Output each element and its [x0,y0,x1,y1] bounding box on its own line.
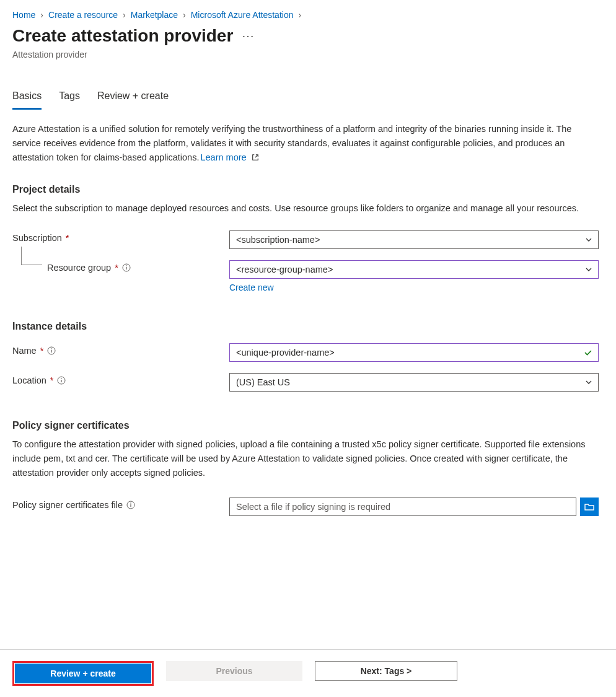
policy-signer-desc: To configure the attestation provider wi… [12,437,595,481]
subscription-select[interactable]: <subscription-name> [229,230,599,249]
tree-connector-icon [21,247,42,265]
breadcrumb-home[interactable]: Home [12,10,35,20]
name-input[interactable]: <unique-provider-name> [229,343,599,362]
svg-point-1 [126,265,127,266]
policy-file-placeholder: Select a file if policy signing is requi… [236,502,390,512]
name-value: <unique-provider-name> [236,348,335,357]
required-indicator: * [40,346,44,356]
learn-more-link[interactable]: Learn more [200,152,246,162]
location-value: (US) East US [236,377,290,387]
upload-file-button[interactable] [580,498,599,516]
chevron-right-icon: › [182,10,187,20]
breadcrumb-create-resource[interactable]: Create a resource [48,10,118,20]
chevron-down-icon [584,265,593,274]
intro-text: Azure Attestation is a unified solution … [12,122,595,165]
project-details-desc: Select the subscription to manage deploy… [12,201,595,216]
svg-point-10 [130,503,131,504]
resource-group-value: <resource-group-name> [236,265,333,274]
info-icon[interactable] [126,501,135,509]
instance-details-title: Instance details [12,321,604,332]
tab-tags[interactable]: Tags [59,87,80,110]
policy-file-label: Policy signer certificates file [12,500,123,510]
required-indicator: * [115,263,118,273]
svg-rect-11 [130,504,131,507]
highlight-box: Review + create [12,661,154,686]
svg-point-4 [51,348,53,349]
page-title: Create attestation provider [12,26,233,46]
info-icon[interactable] [57,376,66,385]
subscription-value: <subscription-name> [236,235,320,245]
check-icon [583,348,593,357]
page-subtitle: Attestation provider [12,50,604,59]
required-indicator: * [66,233,69,243]
external-link-icon [252,154,259,161]
svg-rect-2 [126,267,126,270]
more-icon[interactable]: ⋯ [242,30,254,42]
next-tags-button[interactable]: Next: Tags > [315,661,457,681]
review-create-button[interactable]: Review + create [15,664,151,683]
breadcrumb-azure-attestation[interactable]: Microsoft Azure Attestation [191,10,294,20]
footer: Review + create Previous Next: Tags > [0,649,616,697]
svg-point-7 [61,378,63,379]
svg-rect-8 [61,380,62,382]
create-new-link[interactable]: Create new [229,283,274,292]
info-icon[interactable] [122,263,131,272]
breadcrumb-marketplace[interactable]: Marketplace [131,10,178,20]
project-details-title: Project details [12,184,604,195]
policy-signer-title: Policy signer certificates [12,420,604,431]
breadcrumb: Home › Create a resource › Marketplace ›… [12,10,604,20]
policy-file-input[interactable]: Select a file if policy signing is requi… [229,498,576,516]
resource-group-select[interactable]: <resource-group-name> [229,260,599,279]
info-icon[interactable] [47,346,56,355]
previous-button[interactable]: Previous [166,661,302,681]
tab-basics[interactable]: Basics [12,87,42,110]
svg-rect-5 [51,350,52,353]
resource-group-label: Resource group [47,263,111,273]
location-select[interactable]: (US) East US [229,373,599,392]
tab-review-create[interactable]: Review + create [97,87,169,110]
chevron-down-icon [584,378,593,387]
chevron-right-icon: › [121,10,127,20]
chevron-down-icon [584,235,593,244]
tabs: Basics Tags Review + create [12,87,604,110]
chevron-right-icon: › [39,10,45,20]
folder-icon [584,501,595,512]
chevron-right-icon: › [297,10,302,20]
location-label: Location [12,375,46,385]
name-label: Name [12,346,37,356]
subscription-label: Subscription [12,233,62,243]
required-indicator: * [50,375,54,385]
